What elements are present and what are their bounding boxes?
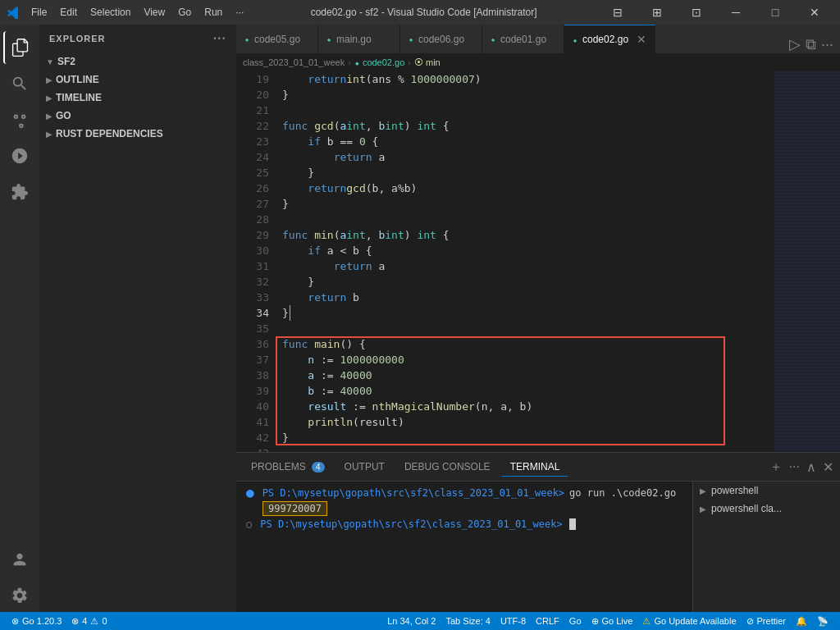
tab-size-label: Tab Size: 4: [446, 616, 491, 626]
activity-account[interactable]: [3, 543, 36, 576]
run-icon[interactable]: ▷: [789, 35, 801, 53]
status-broadcast-icon[interactable]: 📡: [812, 616, 833, 627]
activity-settings[interactable]: [3, 579, 36, 612]
tab-code05-icon: ⬥: [244, 34, 249, 43]
activity-extensions[interactable]: [3, 176, 36, 208]
status-position[interactable]: Ln 34, Col 2: [382, 616, 441, 626]
status-go-version[interactable]: ⊗ Go 1.20.3: [7, 616, 66, 627]
status-prettier[interactable]: ⊘ Prettier: [742, 616, 791, 627]
powershell-item-1[interactable]: ▶ powershell: [693, 482, 840, 500]
terminal-cmd-1: go run .\code02.go: [569, 487, 676, 499]
tab-code05[interactable]: ⬥ code05.go: [236, 25, 318, 53]
tab-actions: ▷ ⧉ ···: [789, 35, 840, 53]
breadcrumb-folder[interactable]: class_2023_01_01_week: [243, 57, 345, 67]
activity-run[interactable]: [3, 139, 36, 172]
code-area[interactable]: return int(ans % 1000000007) } func gcd(…: [276, 71, 774, 452]
status-line-ending[interactable]: CRLF: [531, 616, 564, 626]
layout2-icon[interactable]: ⊞: [638, 0, 676, 25]
line-ending-label: CRLF: [536, 616, 559, 626]
tab-bar: ⬥ code05.go ⬥ main.go ⬥ code06.go ⬥ code…: [236, 25, 840, 53]
tab-code06[interactable]: ⬥ code06.go: [400, 25, 482, 53]
panel-tab-output[interactable]: OUTPUT: [336, 458, 393, 476]
titlebar-left: File Edit Selection View Go Run ···: [7, 5, 249, 20]
position-label: Ln 34, Col 2: [387, 616, 436, 626]
code-line-38: a := 40000: [282, 368, 768, 383]
code-line-19: return int(ans % 1000000007): [282, 71, 768, 87]
menu-selection[interactable]: Selection: [85, 5, 135, 20]
go-arrow: ▶: [46, 112, 52, 121]
panel-close-icon[interactable]: ✕: [823, 459, 833, 475]
menu-view[interactable]: View: [139, 5, 170, 20]
language-label: Go: [569, 616, 582, 626]
add-terminal-icon[interactable]: ＋: [769, 459, 783, 476]
outline-label: OUTLINE: [56, 74, 99, 85]
status-language[interactable]: Go: [564, 616, 587, 626]
panel: PROBLEMS 4 OUTPUT DEBUG CONSOLE TERMINAL…: [236, 452, 840, 612]
panel-tab-debug[interactable]: DEBUG CONSOLE: [396, 458, 499, 476]
bell-icon: 🔔: [796, 616, 807, 627]
menu-run[interactable]: Run: [199, 5, 227, 20]
status-notifications-icon[interactable]: 🔔: [791, 616, 812, 627]
close-button[interactable]: ✕: [796, 0, 833, 25]
tab-code02[interactable]: ⬥ code02.go ✕: [564, 25, 655, 53]
sidebar-item-go[interactable]: ▶ GO: [39, 107, 236, 125]
titlebar-menu[interactable]: File Edit Selection View Go Run ···: [26, 5, 249, 20]
sidebar-more-button[interactable]: ···: [213, 31, 226, 46]
status-bar: ⊗ Go 1.20.3 ⊗ 4 ⚠ 0 Ln 34, Col 2 Tab Siz…: [0, 612, 840, 630]
powershell-icon-1: ▶: [700, 486, 706, 495]
panel-tab-terminal[interactable]: TERMINAL: [502, 458, 568, 477]
editor-area: ⬥ code05.go ⬥ main.go ⬥ code06.go ⬥ code…: [236, 25, 840, 612]
go-update-icon: ⚠: [642, 616, 651, 627]
activity-search[interactable]: [3, 67, 36, 100]
menu-edit[interactable]: Edit: [55, 5, 82, 20]
layout3-icon[interactable]: ⊡: [678, 0, 715, 25]
menu-go[interactable]: Go: [173, 5, 196, 20]
panel-more-icon[interactable]: ···: [789, 459, 800, 474]
prettier-label: Prettier: [757, 616, 786, 626]
tab-main[interactable]: ⬥ main.go: [318, 25, 400, 53]
breadcrumb: class_2023_01_01_week › ⬥ code02.go › ⦿ …: [236, 53, 840, 71]
sidebar-item-timeline[interactable]: ▶ TIMELINE: [39, 89, 236, 107]
maximize-button[interactable]: □: [756, 0, 794, 25]
problems-badge: 4: [312, 462, 325, 472]
sf2-arrow: ▼: [46, 57, 54, 66]
tab-code01[interactable]: ⬥ code01.go: [482, 25, 564, 53]
powershell-item-2[interactable]: ▶ powershell cla...: [693, 500, 840, 518]
layout-icon[interactable]: ⊟: [599, 0, 637, 25]
breadcrumb-file[interactable]: ⬥ code02.go: [354, 57, 404, 67]
code-line-22: func gcd(a int, b int) int {: [282, 118, 768, 134]
error-icon: ⊗: [71, 616, 79, 627]
sidebar-item-rust[interactable]: ▶ RUST DEPENDENCIES: [39, 125, 236, 143]
terminal-prompt-1: PS D:\mysetup\gopath\src\sf2\class_2023_…: [262, 487, 564, 499]
status-go-live[interactable]: ⊕ Go Live: [587, 616, 638, 627]
more-actions-icon[interactable]: ···: [821, 36, 833, 53]
status-tab-size[interactable]: Tab Size: 4: [441, 616, 495, 626]
terminal-circle-icon: ○: [246, 518, 252, 530]
code-line-36: func main() {: [282, 336, 768, 352]
code-line-26: return gcd(b, a%b): [282, 180, 768, 196]
status-problems[interactable]: ⊗ 4 ⚠ 0: [66, 616, 112, 627]
status-encoding[interactable]: UTF-8: [495, 616, 531, 626]
panel-tab-problems[interactable]: PROBLEMS 4: [243, 458, 333, 476]
sidebar-item-sf2[interactable]: ▼ SF2: [39, 52, 236, 71]
breadcrumb-symbol[interactable]: ⦿ min: [414, 57, 441, 67]
split-editor-icon[interactable]: ⧉: [806, 36, 816, 53]
activity-source-control[interactable]: [3, 103, 36, 136]
terminal-content[interactable]: ● PS D:\mysetup\gopath\src\sf2\class_202…: [236, 482, 692, 612]
panel-expand-icon[interactable]: ∧: [806, 459, 816, 475]
tab-code02-close[interactable]: ✕: [637, 33, 646, 46]
code-line-28: [282, 212, 768, 227]
status-go-update[interactable]: ⚠ Go Update Available: [637, 616, 741, 627]
menu-more[interactable]: ···: [231, 5, 249, 20]
menu-file[interactable]: File: [26, 5, 52, 20]
tab-code01-icon: ⬥: [491, 34, 495, 43]
terminal-result: 999720007: [262, 501, 327, 516]
panel-body: ● PS D:\mysetup\gopath\src\sf2\class_202…: [236, 482, 840, 612]
code-line-40: result := nthMagicalNumber(n, a, b): [282, 399, 768, 414]
sidebar-item-outline[interactable]: ▶ OUTLINE: [39, 71, 236, 89]
encoding-label: UTF-8: [500, 616, 526, 626]
tab-main-label: main.go: [336, 34, 372, 45]
activity-explorer[interactable]: [3, 31, 36, 64]
titlebar-controls[interactable]: ⊟ ⊞ ⊡ ─ □ ✕: [599, 0, 833, 25]
minimize-button[interactable]: ─: [717, 0, 755, 25]
